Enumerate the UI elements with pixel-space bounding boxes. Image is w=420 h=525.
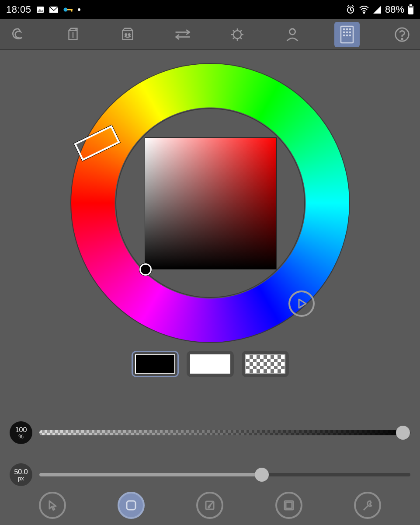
- dot-icon: [78, 8, 80, 11]
- signal-icon: [373, 5, 382, 14]
- alarm-icon: [346, 5, 355, 14]
- size-slider: 50.0 px: [10, 465, 410, 485]
- store-icon[interactable]: [115, 22, 140, 47]
- profile-icon[interactable]: [280, 22, 305, 47]
- opacity-slider: 100 %: [10, 423, 410, 443]
- play-icon[interactable]: [288, 290, 315, 317]
- key-icon: [63, 7, 73, 13]
- svg-rect-5: [71, 9, 73, 12]
- status-battery-text: 88%: [385, 4, 404, 15]
- swatch-secondary[interactable]: [187, 351, 234, 377]
- size-value: 50.0: [14, 469, 28, 476]
- opacity-value-badge: 100 %: [10, 421, 32, 444]
- layers-icon[interactable]: [275, 492, 302, 519]
- select-tool-icon[interactable]: [39, 492, 66, 519]
- svg-rect-38: [349, 35, 351, 36]
- svg-point-28: [289, 28, 295, 34]
- size-unit: px: [18, 476, 24, 481]
- picture-icon: [36, 5, 45, 14]
- swatch-primary[interactable]: [132, 351, 179, 377]
- size-track[interactable]: [39, 470, 410, 479]
- grid-panel-icon[interactable]: [334, 22, 360, 47]
- svg-point-9: [364, 12, 365, 14]
- svg-line-24: [233, 30, 235, 32]
- opacity-unit: %: [18, 434, 24, 439]
- svg-marker-42: [49, 501, 56, 510]
- svg-line-27: [240, 30, 242, 32]
- svg-rect-43: [127, 501, 135, 510]
- shape-tool-icon[interactable]: [118, 492, 145, 519]
- app-logo-icon[interactable]: [5, 22, 31, 47]
- svg-marker-10: [373, 6, 381, 14]
- svg-rect-34: [346, 32, 348, 33]
- svg-rect-36: [343, 35, 345, 36]
- android-status-bar: 18:05 88%: [0, 0, 420, 19]
- size-value-badge: 50.0 px: [10, 463, 32, 486]
- tools-wrench-icon[interactable]: [354, 492, 381, 519]
- svg-line-26: [233, 37, 235, 39]
- svg-rect-46: [286, 502, 292, 508]
- svg-rect-30: [343, 28, 345, 30]
- svg-rect-35: [349, 32, 351, 33]
- svg-point-15: [125, 34, 127, 35]
- swatch-transparent[interactable]: [242, 351, 289, 377]
- svg-marker-41: [299, 299, 306, 308]
- mail-icon: [49, 5, 59, 14]
- brush-tool-icon[interactable]: [196, 492, 223, 519]
- svg-rect-11: [410, 4, 412, 6]
- settings-gear-icon[interactable]: [225, 22, 250, 47]
- svg-line-8: [352, 6, 354, 7]
- svg-rect-13: [409, 7, 413, 8]
- opacity-thumb[interactable]: [396, 426, 410, 440]
- color-picker-panel: 100 % 50.0 px: [0, 50, 420, 525]
- svg-line-7: [347, 6, 349, 7]
- status-time: 18:05: [6, 4, 31, 15]
- wifi-icon: [359, 5, 369, 14]
- color-swatch-row: [132, 351, 289, 377]
- svg-point-40: [402, 38, 403, 40]
- top-toolbar: [0, 19, 420, 50]
- svg-point-3: [63, 8, 67, 12]
- size-thumb[interactable]: [255, 468, 269, 482]
- gallery-icon[interactable]: [60, 22, 86, 47]
- battery-icon: [408, 4, 414, 15]
- svg-rect-37: [346, 35, 348, 36]
- svg-rect-33: [343, 32, 345, 33]
- swap-icon[interactable]: [170, 22, 195, 47]
- sv-indicator[interactable]: [139, 263, 152, 276]
- svg-rect-31: [346, 28, 348, 30]
- help-icon[interactable]: [389, 22, 415, 47]
- svg-rect-32: [349, 28, 351, 30]
- opacity-track[interactable]: [39, 428, 410, 437]
- svg-point-16: [128, 34, 130, 35]
- svg-line-25: [240, 37, 242, 39]
- bottom-toolbar: [0, 486, 420, 525]
- saturation-value-square[interactable]: [145, 137, 277, 270]
- opacity-value: 100: [15, 427, 27, 434]
